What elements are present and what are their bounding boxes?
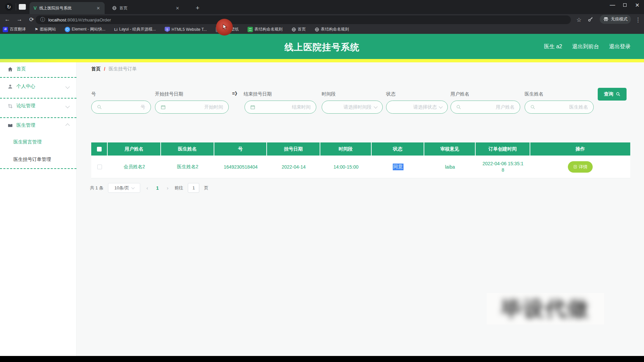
blurred-watermark: 毕设代做 bbox=[487, 293, 604, 324]
chevron-down-icon bbox=[65, 104, 70, 108]
select-all-checkbox[interactable] bbox=[97, 147, 102, 152]
placeholder-text: 开始时间 bbox=[204, 104, 223, 110]
goto-page-input[interactable]: 1 bbox=[188, 183, 199, 193]
number-input[interactable]: 号 bbox=[91, 101, 151, 114]
sidebar-item-forum-management[interactable]: 论坛管理 bbox=[0, 99, 76, 113]
sidebar-subitem-doctor-message[interactable]: 医生留言管理 bbox=[0, 135, 76, 149]
placeholder-text: 用户姓名 bbox=[496, 104, 515, 110]
detail-button[interactable]: 详情 bbox=[568, 161, 593, 173]
bookmark-label: 表结构命名规则 bbox=[255, 26, 283, 32]
tab-title: 线上医院挂号系统 bbox=[39, 5, 93, 11]
bookmark-label: HTML5 Website T... bbox=[172, 27, 207, 32]
bookmark-star-icon[interactable]: ☆ bbox=[574, 15, 584, 24]
mouse-cursor-highlight bbox=[216, 19, 233, 36]
current-page-number[interactable]: 1 bbox=[154, 185, 161, 191]
incognito-badge: 无痕模式 bbox=[600, 15, 631, 24]
sidebar-item-label: 医生管理 bbox=[16, 122, 63, 128]
bookmark-label: 百度翻译 bbox=[10, 26, 26, 32]
recorder-icon: ↻ bbox=[5, 3, 13, 11]
next-page-icon[interactable]: › bbox=[165, 185, 170, 191]
window-maximize-button[interactable] bbox=[618, 0, 632, 10]
user-name-input[interactable]: 用户姓名 bbox=[450, 101, 520, 114]
doctor-name-input[interactable]: 医生姓名 bbox=[525, 101, 594, 114]
current-user-label[interactable]: 医生 a2 bbox=[544, 43, 562, 50]
screen: ↻ V 线上医院挂号系统 ✕ 首页 ✕ + — ✕ ← → ⟳ ⓘ local bbox=[0, 0, 644, 362]
incognito-label: 无痕模式 bbox=[611, 16, 628, 22]
bookmark-item[interactable]: 首页 bbox=[291, 26, 306, 32]
row-checkbox-cell[interactable] bbox=[91, 156, 108, 178]
column-header: 医生姓名 bbox=[161, 142, 214, 156]
select-all-cell[interactable] bbox=[91, 142, 108, 156]
doctor-icon bbox=[7, 123, 13, 128]
header-accent-line bbox=[0, 59, 644, 62]
back-button[interactable]: ← bbox=[3, 15, 12, 24]
search-button[interactable]: 查询 bbox=[598, 88, 627, 101]
flag-icon: ⚑ bbox=[35, 27, 38, 32]
cell-reg-date: 2022-04-14 bbox=[267, 156, 320, 178]
breadcrumb-home[interactable]: 首页 bbox=[91, 66, 101, 72]
chevron-up-icon bbox=[65, 123, 70, 128]
forward-button[interactable]: → bbox=[15, 15, 24, 24]
sidebar-item-label: 论坛管理 bbox=[16, 103, 63, 109]
column-header: 操作 bbox=[530, 142, 630, 156]
bookmark-item[interactable]: ⚑ 图标网站 bbox=[35, 26, 56, 32]
logout-link[interactable]: 退出登录 bbox=[609, 43, 631, 50]
row-checkbox[interactable] bbox=[97, 165, 102, 169]
status-select[interactable]: 请选择状态 bbox=[386, 101, 448, 114]
sidebar-subitem-doctor-order[interactable]: 医生挂号订单管理 bbox=[0, 153, 76, 166]
sidebar-divider bbox=[0, 77, 76, 78]
browser-tab-inactive[interactable]: 首页 ✕ bbox=[108, 2, 184, 14]
window-close-button[interactable]: ✕ bbox=[631, 0, 644, 10]
sidebar-subitem-label: 医生留言管理 bbox=[13, 139, 42, 145]
tab-title: 首页 bbox=[119, 5, 172, 11]
html5-shield-icon: 5 bbox=[165, 27, 170, 32]
date-range-separator: =》 bbox=[232, 91, 239, 97]
address-bar[interactable]: ⓘ localhost:8081/#/zhuanjiaOrder bbox=[36, 15, 571, 24]
bookmark-item[interactable]: 5 HTML5 Website T... bbox=[165, 27, 207, 32]
bookmark-item[interactable]: Li Layui - 经典开源模... bbox=[114, 26, 156, 32]
placeholder-text: 医生姓名 bbox=[569, 104, 588, 110]
cell-created-time: 2022-04-06 15:35:18 bbox=[476, 156, 530, 178]
bookmark-item[interactable]: 表结构命名规则 bbox=[248, 26, 283, 32]
new-tab-button[interactable]: + bbox=[193, 3, 202, 13]
bookmark-item[interactable]: Element - 网站快... bbox=[65, 26, 106, 32]
chevron-down-icon bbox=[439, 105, 442, 108]
sidebar-item-home[interactable]: 首页 bbox=[0, 62, 76, 76]
column-header: 挂号日期 bbox=[267, 142, 320, 156]
column-header: 审核意见 bbox=[424, 142, 476, 156]
prev-page-icon[interactable]: ‹ bbox=[145, 185, 149, 191]
browser-menu-icon[interactable]: ⋮ bbox=[633, 15, 643, 24]
sidebar-item-personal-center[interactable]: 个人中心 bbox=[0, 80, 76, 93]
home-icon bbox=[7, 66, 13, 72]
goto-label: 前往 bbox=[174, 185, 183, 191]
sidebar-divider bbox=[0, 98, 76, 99]
window-minimize-button[interactable]: — bbox=[606, 0, 619, 10]
exit-to-front-link[interactable]: 退出到前台 bbox=[572, 43, 599, 50]
bookmark-item[interactable]: 译 百度翻译 bbox=[3, 26, 26, 32]
filter-label-doctor-name: 医生姓名 bbox=[525, 91, 543, 97]
filter-label-time-slot: 时间段 bbox=[322, 91, 336, 97]
search-button-label: 查询 bbox=[604, 91, 613, 97]
bookmark-label: Layui - 经典开源模... bbox=[119, 26, 156, 32]
start-date-input[interactable]: 开始时间 bbox=[155, 101, 229, 114]
tab-close-icon[interactable]: ✕ bbox=[95, 5, 101, 11]
time-slot-select[interactable]: 请选择时间段 bbox=[322, 101, 383, 114]
cell-number: 1649230518404 bbox=[214, 156, 267, 178]
sidebar-item-doctor-management[interactable]: 医生管理 bbox=[0, 119, 76, 132]
bookmarks-bar: 译 百度翻译 ⚑ 图标网站 Element - 网站快... Li Layui … bbox=[0, 25, 644, 34]
cell-review: laiba bbox=[424, 156, 476, 178]
tab-close-icon[interactable]: ✕ bbox=[174, 5, 180, 11]
cell-user-name: 会员姓名2 bbox=[108, 156, 161, 178]
placeholder-text: 请选择状态 bbox=[413, 104, 437, 110]
page-size-select[interactable]: 10条/页 bbox=[108, 183, 140, 193]
key-icon[interactable] bbox=[588, 17, 594, 23]
browser-tab-active[interactable]: V 线上医院挂号系统 ✕ bbox=[30, 2, 105, 14]
table-header-row: 用户姓名 医生姓名 号 挂号日期 时间段 状态 审核意见 订单创建时间 操作 bbox=[91, 142, 630, 156]
bookmark-item[interactable]: 表结构命名规则 bbox=[315, 26, 349, 32]
end-date-input[interactable]: 结束时间 bbox=[245, 101, 316, 114]
reload-button[interactable]: ⟳ bbox=[27, 15, 36, 24]
placeholder-text: 结束时间 bbox=[292, 104, 311, 110]
cell-actions: 详情 bbox=[530, 156, 630, 178]
site-info-icon[interactable]: ⓘ bbox=[40, 17, 45, 23]
cell-status: 同意 bbox=[372, 156, 424, 178]
